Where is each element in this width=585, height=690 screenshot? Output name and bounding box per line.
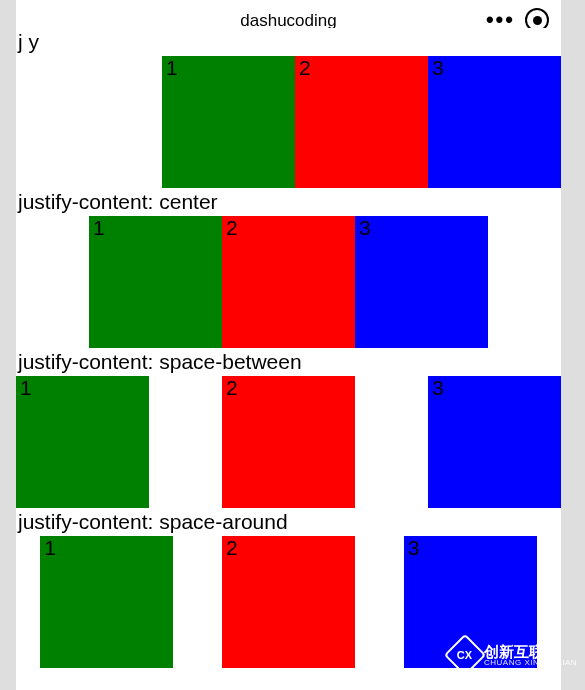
flex-row-center: 1 2 3 <box>16 216 561 348</box>
watermark-logo-icon: CX <box>444 634 486 676</box>
box-red: 2 <box>222 536 355 668</box>
flex-row-space-between: 1 2 3 <box>16 376 561 508</box>
watermark-text: 创新互联 CHUANG XIN HU LIAN <box>484 644 577 667</box>
box-blue: 3 <box>355 216 488 348</box>
watermark-line1: 创新互联 <box>484 644 577 659</box>
label-center: justify-content: center <box>16 188 561 216</box>
box-green: 1 <box>89 216 222 348</box>
device-viewport: dashucoding ••• j y 1 2 3 justify-conten… <box>16 0 561 690</box>
watermark: CX 创新互联 CHUANG XIN HU LIAN <box>450 640 577 670</box>
box-green: 1 <box>40 536 173 668</box>
box-green: 1 <box>16 376 149 508</box>
content-scroll: j y 1 2 3 justify-content: center 1 2 3 … <box>16 28 561 676</box>
box-green: 1 <box>162 56 295 188</box>
label-space-around: justify-content: space-around <box>16 508 561 536</box>
box-red: 2 <box>222 216 355 348</box>
flex-row-0: 1 2 3 <box>16 56 561 188</box>
watermark-line2: CHUANG XIN HU LIAN <box>484 659 577 667</box>
box-blue: 3 <box>428 376 561 508</box>
partial-label-top: j y <box>16 28 561 56</box>
box-red: 2 <box>222 376 355 508</box>
label-space-between: justify-content: space-between <box>16 348 561 376</box>
box-red: 2 <box>295 56 428 188</box>
box-blue: 3 <box>428 56 561 188</box>
